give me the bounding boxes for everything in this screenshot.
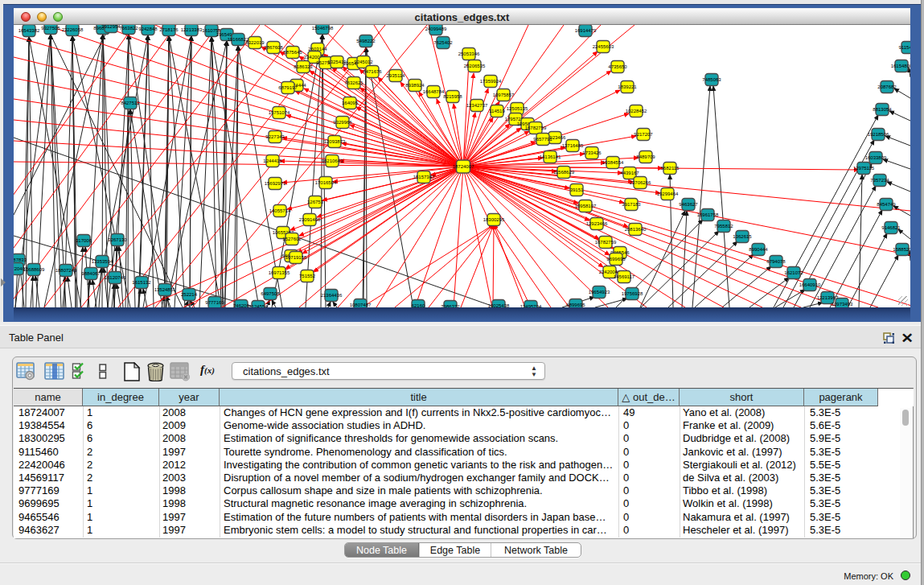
svg-text:3912954: 3912954 — [101, 25, 121, 29]
svg-text:15157347: 15157347 — [413, 175, 435, 179]
svg-text:12093873: 12093873 — [324, 139, 346, 144]
svg-text:14055714: 14055714 — [269, 208, 291, 213]
svg-text:16543382: 16543382 — [18, 28, 40, 33]
svg-text:10228452: 10228452 — [626, 109, 647, 113]
svg-text:1621072: 1621072 — [784, 270, 803, 275]
svg-text:4439167: 4439167 — [620, 171, 639, 175]
svg-text:6879197: 6879197 — [278, 85, 298, 90]
svg-text:20206535: 20206535 — [464, 64, 486, 68]
svg-text:1362615: 1362615 — [733, 234, 752, 239]
svg-text:8322019: 8322019 — [245, 40, 265, 45]
svg-text:10958107: 10958107 — [575, 204, 597, 208]
svg-text:16782759: 16782759 — [525, 126, 547, 130]
svg-text:17016504: 17016504 — [315, 180, 337, 185]
svg-text:9463627: 9463627 — [679, 202, 698, 207]
svg-text:12213383: 12213383 — [181, 27, 203, 32]
svg-text:2867608: 2867608 — [264, 45, 283, 50]
svg-text:7632621: 7632621 — [344, 80, 363, 85]
svg-text:23226058: 23226058 — [62, 27, 84, 32]
svg-text:14136141: 14136141 — [540, 154, 561, 159]
svg-text:19299464: 19299464 — [657, 192, 679, 196]
svg-text:7485063: 7485063 — [702, 77, 721, 82]
svg-text:8813054: 8813054 — [873, 107, 892, 112]
svg-text:19384554: 19384554 — [602, 160, 624, 165]
svg-text:25053346: 25053346 — [458, 51, 480, 56]
svg-text:19218506: 19218506 — [868, 132, 889, 137]
svg-text:9699695: 9699695 — [606, 257, 626, 262]
svg-text:16971355: 16971355 — [269, 270, 290, 275]
svg-text:15046798: 15046798 — [312, 26, 334, 31]
svg-text:18724007: 18724007 — [453, 164, 474, 169]
svg-text:587833: 587833 — [14, 257, 27, 262]
svg-text:9777169: 9777169 — [205, 300, 224, 305]
svg-text:9227343: 9227343 — [265, 134, 285, 139]
svg-text:12342737: 12342737 — [466, 103, 488, 108]
svg-text:9146821: 9146821 — [881, 225, 901, 230]
svg-text:2718176: 2718176 — [159, 27, 179, 32]
svg-text:13353594: 13353594 — [92, 259, 113, 264]
svg-text:13524851: 13524851 — [154, 287, 176, 292]
svg-text:6497508: 6497508 — [261, 291, 280, 296]
svg-text:13716485: 13716485 — [562, 143, 584, 148]
svg-text:9884067: 9884067 — [81, 271, 101, 276]
svg-text:8215958: 8215958 — [443, 94, 462, 99]
svg-text:9327505: 9327505 — [41, 26, 60, 31]
svg-text:5498222: 5498222 — [356, 39, 376, 43]
svg-text:1588520: 1588520 — [893, 247, 910, 252]
svg-text:16210643: 16210643 — [322, 159, 343, 163]
svg-text:16782759: 16782759 — [595, 240, 617, 245]
svg-text:16648784: 16648784 — [423, 89, 445, 94]
svg-text:8471676: 8471676 — [363, 69, 382, 74]
svg-text:16961758: 16961758 — [697, 212, 719, 217]
svg-text:21364436: 21364436 — [321, 293, 343, 298]
svg-text:1527602: 1527602 — [282, 237, 302, 241]
svg-text:18300295: 18300295 — [483, 217, 505, 222]
svg-text:9245012: 9245012 — [354, 60, 373, 64]
svg-text:8990444: 8990444 — [749, 247, 768, 252]
svg-text:4735650: 4735650 — [608, 64, 627, 69]
svg-text:317006: 317006 — [76, 238, 92, 243]
svg-text:7663822: 7663822 — [119, 26, 138, 31]
svg-text:9657791: 9657791 — [533, 137, 552, 142]
svg-text:8454749: 8454749 — [877, 202, 896, 207]
svg-text:16154808: 16154808 — [891, 64, 910, 68]
svg-text:24099489: 24099489 — [425, 27, 447, 31]
svg-text:7955812: 7955812 — [714, 224, 733, 229]
svg-text:23091406: 23091406 — [299, 217, 321, 222]
svg-text:8489709: 8489709 — [636, 154, 655, 159]
svg-text:1733426: 1733426 — [582, 150, 602, 155]
svg-text:12975115: 12975115 — [853, 166, 875, 171]
svg-text:17359924: 17359924 — [480, 79, 502, 84]
svg-text:10973493: 10973493 — [832, 302, 853, 307]
svg-text:15692971: 15692971 — [265, 181, 286, 186]
svg-text:7357234: 7357234 — [870, 178, 889, 183]
svg-text:164095: 164095 — [342, 101, 359, 105]
svg-text:7625402: 7625402 — [433, 40, 453, 45]
svg-text:16914479: 16914479 — [575, 28, 597, 33]
svg-text:751552: 751552 — [299, 274, 316, 278]
svg-text:114519: 114519 — [489, 109, 505, 113]
svg-text:18807249: 18807249 — [55, 268, 77, 273]
svg-text:22455603: 22455603 — [593, 44, 614, 49]
svg-text:6794078: 6794078 — [766, 259, 786, 264]
svg-text:15751074: 15751074 — [269, 110, 290, 115]
svg-text:3917183: 3917183 — [622, 202, 641, 207]
svg-text:12923466: 12923466 — [586, 221, 608, 226]
svg-text:19654923: 19654923 — [589, 290, 610, 295]
svg-text:10719155: 10719155 — [285, 255, 307, 260]
svg-text:10688609: 10688609 — [23, 267, 45, 272]
svg-text:126753: 126753 — [307, 200, 324, 204]
svg-text:10975857: 10975857 — [493, 93, 515, 97]
svg-text:16640910: 16640910 — [799, 282, 821, 287]
svg-text:16120746: 16120746 — [105, 275, 126, 280]
svg-text:12505135: 12505135 — [507, 106, 528, 111]
svg-text:2087682: 2087682 — [877, 84, 897, 89]
svg-text:1244415: 1244415 — [263, 159, 282, 163]
svg-text:23706266: 23706266 — [630, 180, 651, 185]
svg-text:9329966: 9329966 — [333, 120, 352, 125]
svg-text:252214: 252214 — [181, 292, 198, 297]
svg-text:9115460: 9115460 — [899, 45, 910, 50]
svg-text:20813640: 20813640 — [625, 227, 647, 232]
svg-text:16033809: 16033809 — [865, 155, 887, 160]
svg-text:39151: 39151 — [570, 187, 584, 192]
